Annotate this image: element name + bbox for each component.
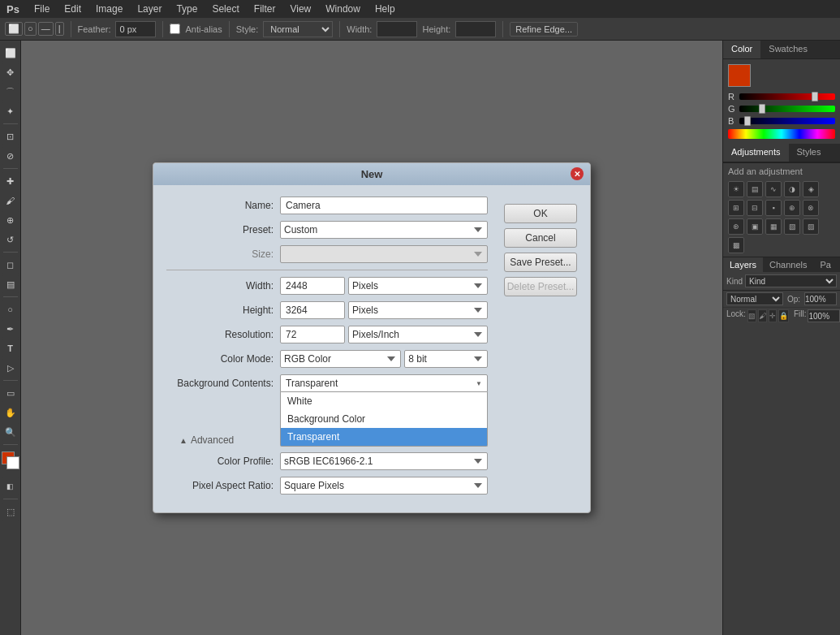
lasso-tool[interactable]: ⌒ xyxy=(2,83,19,101)
foreground-background-colors[interactable] xyxy=(2,451,19,469)
shape-tool[interactable]: ▭ xyxy=(2,384,19,402)
tab-channels[interactable]: Channels xyxy=(763,257,813,272)
marquee-circle-btn[interactable]: ○ xyxy=(24,22,37,36)
menu-edit[interactable]: Edit xyxy=(58,2,88,16)
move-tool[interactable]: ✥ xyxy=(2,63,19,81)
crop-tool[interactable]: ⊡ xyxy=(2,127,19,145)
magic-wand-tool[interactable]: ✦ xyxy=(2,102,19,120)
hex-color-bar[interactable] xyxy=(728,129,835,139)
width-value-input[interactable] xyxy=(280,277,345,295)
heal-tool[interactable]: ✚ xyxy=(2,172,19,190)
kind-select[interactable]: Kind xyxy=(745,274,837,287)
marquee-rect-btn[interactable]: ⬜ xyxy=(5,22,23,36)
blend-mode-select[interactable]: Normal xyxy=(726,292,783,305)
quick-mask-btn[interactable]: ◧ xyxy=(2,477,19,495)
height-value-input[interactable] xyxy=(280,301,345,319)
vibrance-adj-btn[interactable]: ◈ xyxy=(803,181,819,197)
lock-position-btn[interactable]: ✛ xyxy=(769,309,777,322)
delete-preset-button[interactable]: Delete Preset... xyxy=(504,277,577,296)
width-unit-select[interactable]: Pixels Inches Centimeters xyxy=(348,277,488,295)
opacity-input[interactable] xyxy=(804,292,837,305)
zoom-tool[interactable]: 🔍 xyxy=(2,423,19,441)
marquee-col-btn[interactable]: | xyxy=(55,22,64,36)
menu-view[interactable]: View xyxy=(283,2,317,16)
option-background-color[interactable]: Background Color xyxy=(281,410,487,428)
dialog-close-btn[interactable]: ✕ xyxy=(571,167,584,180)
height-unit-select[interactable]: Pixels Inches Centimeters xyxy=(348,301,488,319)
r-channel-bar[interactable] xyxy=(739,93,835,100)
tab-color[interactable]: Color xyxy=(723,41,760,58)
main-color-swatch[interactable] xyxy=(728,64,751,87)
lock-all-btn[interactable]: 🔒 xyxy=(778,309,789,322)
tab-adjustments[interactable]: Adjustments xyxy=(723,144,789,162)
posterize-adj-btn[interactable]: ▦ xyxy=(765,218,782,235)
name-input[interactable] xyxy=(280,197,488,214)
curves-adj-btn[interactable]: ∿ xyxy=(765,181,782,197)
gradient-tool[interactable]: ▤ xyxy=(2,275,19,293)
gradient-map-adj-btn[interactable]: ▨ xyxy=(803,218,819,235)
bw-adj-btn[interactable]: ▪ xyxy=(765,200,782,216)
color-mode-select[interactable]: RGB Color CMYK Color Grayscale xyxy=(280,350,401,368)
menu-filter[interactable]: Filter xyxy=(248,2,282,16)
save-preset-button[interactable]: Save Preset... xyxy=(504,253,577,272)
tab-layers[interactable]: Layers xyxy=(723,257,763,272)
photo-filter-adj-btn[interactable]: ⊕ xyxy=(784,200,800,216)
path-select-tool[interactable]: ▷ xyxy=(2,359,19,377)
color-balance-adj-btn[interactable]: ⊟ xyxy=(747,200,763,216)
resolution-unit-select[interactable]: Pixels/Inch Pixels/Centimeter xyxy=(348,326,488,343)
bg-contents-dropdown[interactable]: Transparent ▼ xyxy=(280,374,488,392)
option-white[interactable]: White xyxy=(281,392,487,410)
ok-button[interactable]: OK xyxy=(504,204,577,223)
advanced-label[interactable]: Advanced xyxy=(191,434,234,446)
menu-image[interactable]: Image xyxy=(89,2,129,16)
refine-edge-btn[interactable]: Refine Edge... xyxy=(510,22,578,37)
stamp-tool[interactable]: ⊕ xyxy=(2,211,19,229)
antialias-checkbox[interactable] xyxy=(170,24,180,34)
style-select[interactable]: Normal Fixed Ratio Fixed Size xyxy=(263,21,333,37)
invert-adj-btn[interactable]: ▣ xyxy=(747,218,763,235)
levels-adj-btn[interactable]: ▤ xyxy=(747,181,763,197)
cancel-button[interactable]: Cancel xyxy=(504,228,577,248)
eyedropper-tool[interactable]: ⊘ xyxy=(2,147,19,165)
menu-file[interactable]: File xyxy=(28,2,56,16)
menu-type[interactable]: Type xyxy=(170,2,204,16)
color-profile-select[interactable]: sRGB IEC61966-2.1 xyxy=(280,452,488,470)
lock-image-btn[interactable]: 🖌 xyxy=(758,309,767,322)
exposure-adj-btn[interactable]: ◑ xyxy=(784,181,800,197)
fill-input[interactable] xyxy=(808,309,840,322)
hand-tool[interactable]: ✋ xyxy=(2,404,19,421)
history-brush-tool[interactable]: ↺ xyxy=(2,231,19,248)
dodge-tool[interactable]: ○ xyxy=(2,300,19,318)
tab-swatches[interactable]: Swatches xyxy=(760,41,816,58)
option-transparent[interactable]: Transparent xyxy=(281,428,487,446)
resolution-value-input[interactable] xyxy=(280,326,345,343)
screen-mode-btn[interactable]: ⬚ xyxy=(2,503,19,521)
menu-select[interactable]: Select xyxy=(205,2,245,16)
marquee-row-btn[interactable]: — xyxy=(38,22,54,36)
menu-help[interactable]: Help xyxy=(368,2,402,16)
eraser-tool[interactable]: ◻ xyxy=(2,256,19,274)
selective-color-adj-btn[interactable]: ▩ xyxy=(728,237,744,253)
lock-transparency-btn[interactable]: ▧ xyxy=(747,309,756,322)
brightness-adj-btn[interactable]: ☀ xyxy=(728,181,744,197)
menu-window[interactable]: Window xyxy=(319,2,367,16)
color-depth-select[interactable]: 8 bit 16 bit 32 bit xyxy=(404,350,488,368)
b-channel-bar[interactable] xyxy=(739,118,835,124)
channel-mixer-adj-btn[interactable]: ⊗ xyxy=(803,200,819,216)
marquee-tool[interactable]: ⬜ xyxy=(2,44,19,62)
pixel-aspect-select[interactable]: Square Pixels xyxy=(280,477,488,495)
preset-select[interactable]: Custom U.S. Paper International Paper xyxy=(280,221,488,239)
size-select[interactable] xyxy=(280,245,488,263)
g-channel-bar[interactable] xyxy=(739,106,835,112)
height-input[interactable] xyxy=(455,21,496,37)
hsl-adj-btn[interactable]: ⊞ xyxy=(728,200,744,216)
tab-pa[interactable]: Pa xyxy=(814,257,838,272)
background-color[interactable] xyxy=(6,456,19,469)
tab-styles[interactable]: Styles xyxy=(789,144,829,162)
pen-tool[interactable]: ✒ xyxy=(2,320,19,338)
width-input[interactable] xyxy=(377,21,417,37)
brush-tool[interactable]: 🖌 xyxy=(2,192,19,210)
color-lookup-adj-btn[interactable]: ⊛ xyxy=(728,218,744,235)
menu-layer[interactable]: Layer xyxy=(131,2,168,16)
feather-input[interactable] xyxy=(115,21,156,37)
